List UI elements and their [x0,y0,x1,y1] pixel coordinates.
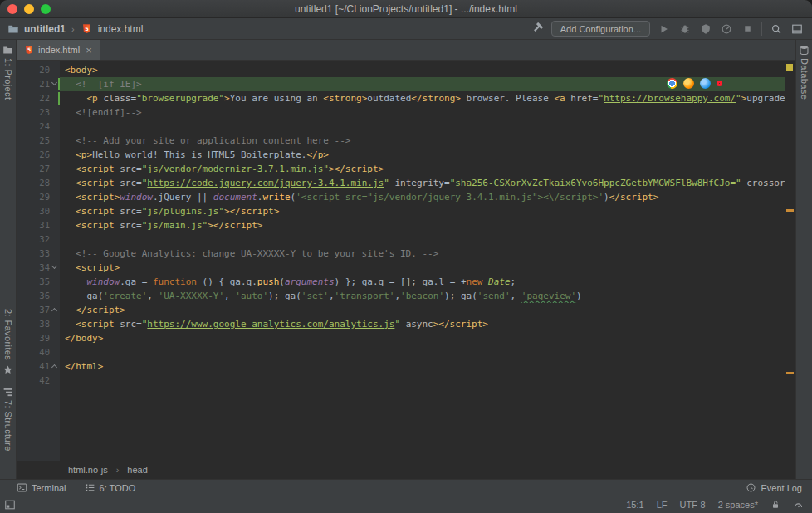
warning-stripe-mark[interactable] [786,372,794,374]
code-line[interactable]: 38 <script src="https://www.google-analy… [17,317,785,331]
line-separator[interactable]: LF [657,500,668,510]
code-text[interactable] [60,345,785,359]
code-line[interactable]: 29 <script>window.jQuery || document.wri… [17,190,785,204]
code-line[interactable]: 26 <p>Hello world! This is HTML5 Boilerp… [17,148,785,162]
breadcrumb-file[interactable]: index.html [98,23,144,35]
line-number[interactable]: 26 [17,148,60,162]
editor[interactable]: 20<body>21 <!--[if IE]>22 <p class="brow… [17,61,795,461]
code-text[interactable]: <!-- Google Analytics: change UA-XXXXX-Y… [60,247,785,261]
line-number[interactable]: 34 [17,261,60,275]
line-number[interactable]: 24 [17,120,60,134]
gauge-icon[interactable] [793,500,804,511]
code-text[interactable]: <script> [60,261,785,275]
minimize-window-button[interactable] [24,4,34,14]
line-number[interactable]: 39 [17,331,60,345]
tab-close-icon[interactable]: × [86,45,92,56]
code-line[interactable]: 28 <script src="https://code.jquery.com/… [17,176,785,190]
tool-stripe-favorites[interactable]: 2: Favorites [3,309,13,360]
inspections-status-icon[interactable] [786,64,793,71]
code-text[interactable]: <script src="https://www.google-analytic… [60,317,785,331]
code-line[interactable]: 24 [17,120,785,134]
code-line[interactable]: 41</html> [17,359,785,374]
line-number[interactable]: 42 [17,374,60,388]
line-number[interactable]: 27 [17,162,60,176]
code-line[interactable]: 37 </script> [17,303,785,317]
code-line[interactable]: 39</body> [17,331,785,345]
code-text[interactable]: <![endif]--> [60,105,785,120]
code-text[interactable]: <script src="js/vendor/modernizr-3.7.1.m… [60,162,785,176]
zoom-window-button[interactable] [41,4,51,14]
code-line[interactable]: 34 <script> [17,261,785,275]
code-line[interactable]: 36 ga('create', 'UA-XXXXX-Y', 'auto'); g… [17,289,785,303]
caret-position[interactable]: 15:1 [626,500,643,510]
chrome-icon[interactable] [667,78,677,89]
safari-icon[interactable] [700,78,711,89]
tab-index-html[interactable]: 5 index.html × [17,40,100,60]
opera-icon[interactable] [717,81,722,86]
tool-windows-icon[interactable] [4,499,16,511]
code-line[interactable]: 42 [17,374,785,388]
warning-stripe-mark[interactable] [786,209,794,212]
code-text[interactable]: </body> [60,331,785,345]
profiler-icon[interactable] [720,22,733,36]
code-line[interactable]: 27 <script src="js/vendor/modernizr-3.7.… [17,162,785,176]
fold-marker-icon[interactable] [51,308,57,314]
line-number[interactable]: 22 [17,91,60,105]
breadcrumb-item-head[interactable]: head [127,465,147,475]
code-line[interactable]: 20<body> [17,63,785,77]
code-text[interactable]: <script src="js/plugins.js"></script> [60,204,785,218]
line-number[interactable]: 40 [17,345,60,359]
code-text[interactable]: <script src="https://code.jquery.com/jqu… [60,176,785,190]
code-text[interactable]: <p class="browserupgrade">You are using … [60,91,785,105]
code-line[interactable]: 40 [17,345,785,359]
todo-button[interactable]: 6: TODO [85,482,136,493]
fold-marker-icon[interactable] [51,80,57,86]
tool-stripe-structure[interactable]: 7: Structure [3,400,13,452]
run-icon[interactable] [658,22,671,36]
line-number[interactable]: 28 [17,176,60,190]
line-number[interactable]: 35 [17,275,60,289]
event-log-button[interactable]: Event Log [746,482,802,493]
code-text[interactable]: ga('create', 'UA-XXXXX-Y', 'auto'); ga('… [60,289,785,303]
code-text[interactable] [60,120,785,134]
line-number[interactable]: 41 [17,359,60,374]
line-number[interactable]: 32 [17,232,60,247]
fold-marker-icon[interactable] [51,263,57,269]
file-encoding[interactable]: UTF-8 [680,500,706,510]
line-number[interactable]: 30 [17,204,60,218]
fold-marker-icon[interactable] [51,364,57,370]
firefox-icon[interactable] [683,78,694,89]
line-number[interactable]: 31 [17,218,60,232]
tool-stripe-project[interactable]: 1: Project [3,58,13,100]
breadcrumb-item-html[interactable]: html.no-js [68,465,108,475]
terminal-button[interactable]: Terminal [17,482,66,493]
add-configuration-button[interactable]: Add Configuration... [551,21,650,37]
indent-config[interactable]: 2 spaces* [718,500,758,510]
tool-stripe-database[interactable]: Database [800,58,810,100]
layout-icon[interactable] [790,22,804,36]
code-line[interactable]: 22 <p class="browserupgrade">You are usi… [17,91,785,105]
code-line[interactable]: 25 <!-- Add your site or application con… [17,134,785,148]
code-line[interactable]: 30 <script src="js/plugins.js"></script> [17,204,785,218]
debug-icon[interactable] [678,22,692,36]
code-line[interactable]: 23 <![endif]--> [17,105,785,120]
code-text[interactable]: <script src="js/main.js"></script> [60,218,785,232]
code-text[interactable]: <!-- Add your site or application conten… [60,134,785,148]
breadcrumb-project[interactable]: untitled1 [24,23,66,35]
stop-icon[interactable] [741,22,754,36]
code-line[interactable]: 32 [17,232,785,247]
code-text[interactable] [60,232,785,247]
code-line[interactable]: 33 <!-- Google Analytics: change UA-XXXX… [17,247,785,261]
hammer-icon[interactable] [531,22,544,36]
line-number[interactable]: 33 [17,247,60,261]
line-number[interactable]: 37 [17,303,60,317]
code-text[interactable] [60,374,785,388]
lock-icon[interactable] [770,500,780,510]
code-text[interactable]: <script>window.jQuery || document.write(… [60,190,785,204]
line-number[interactable]: 29 [17,190,60,204]
line-number[interactable]: 23 [17,105,60,120]
code-line[interactable]: 31 <script src="js/main.js"></script> [17,218,785,232]
line-number[interactable]: 38 [17,317,60,331]
code-text[interactable]: window.ga = function () { ga.q.push(argu… [60,275,785,289]
line-number[interactable]: 21 [17,77,60,91]
